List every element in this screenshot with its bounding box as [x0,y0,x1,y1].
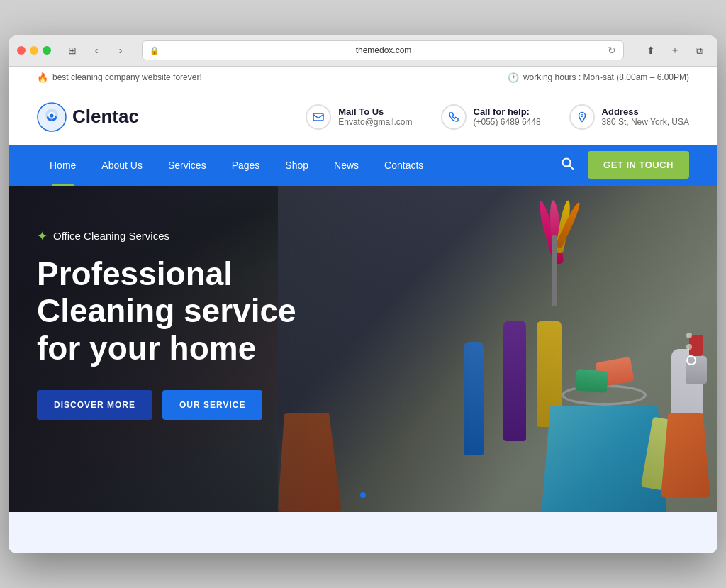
logo-text: Clentac [72,106,139,128]
mail-value: Envato@gmail.com [338,117,412,127]
nav-link-services[interactable]: Services [155,145,219,186]
nav-item-contacts[interactable]: Contacts [372,145,436,186]
hero-content: ✦ Office Cleaning Services Professional … [9,186,377,463]
browser-action-buttons: ⬆ ＋ ⧉ [641,40,709,60]
address-icon [569,104,595,130]
nav-item-about[interactable]: About Us [89,145,155,186]
browser-titlebar: ⊞ ‹ › 🔒 themedox.com ↻ ⬆ ＋ ⧉ [9,35,717,67]
hero-buttons: DISCOVER MORE OUR SERVICE [37,390,349,420]
nav-link-home[interactable]: Home [37,145,89,186]
reload-button[interactable]: ↻ [608,45,616,56]
svg-line-7 [570,166,574,170]
nav-link-about[interactable]: About Us [89,145,155,186]
slider-dot-2[interactable] [686,344,692,350]
discover-more-button[interactable]: DISCOVER MORE [37,390,152,420]
svg-point-3 [50,113,54,117]
back-button[interactable]: ‹ [86,40,106,60]
phone-icon [441,104,467,130]
contact-mail-text: Mail To Us Envato@gmail.com [338,106,412,127]
website-content: 🔥 best cleaning company website forever!… [9,67,717,553]
topbar-left: 🔥 best cleaning company website forever! [37,72,202,83]
contact-address-text: Address 380 St, New York, USA [602,106,689,127]
share-button[interactable]: ⬆ [641,40,661,60]
vertical-slider-dots [686,333,696,365]
slider-dot-1[interactable] [686,333,692,338]
minimize-button[interactable] [30,46,38,55]
header-contacts: Mail To Us Envato@gmail.com Call for hel… [306,104,689,130]
hero-title-line3: for your home [37,330,256,367]
search-button[interactable] [558,154,576,176]
horizontal-slider-dots [360,492,366,498]
sidebar-toggle-button[interactable]: ⊞ [62,40,82,60]
new-tab-button[interactable]: ＋ [665,40,685,60]
nav-menu: Home About Us Services Pages Shop News [37,145,558,186]
nav-item-pages[interactable]: Pages [219,145,273,186]
contact-phone-text: Call for help: (+055) 6489 6448 [474,106,541,127]
window-controls [17,46,51,55]
svg-rect-4 [313,113,323,121]
topbar-left-text: best cleaning company website forever! [52,72,202,82]
svg-point-5 [581,114,583,116]
contact-address: Address 380 St, New York, USA [569,104,689,130]
site-header: Clentac Mail To Us Envato@gmail.com [9,89,717,145]
slider-dot-3-active[interactable] [686,355,696,365]
flame-icon: 🔥 [37,72,48,83]
top-info-bar: 🔥 best cleaning company website forever!… [9,67,717,89]
lock-icon: 🔒 [150,46,160,55]
hero-title-line2: Cleaning service [37,292,296,329]
maximize-button[interactable] [43,46,51,55]
bottom-bar [9,512,717,553]
contact-phone: Call for help: (+055) 6489 6448 [441,104,541,130]
hero-title-line1: Professional [37,255,233,292]
forward-button[interactable]: › [111,40,130,60]
nav-buttons: ⊞ ‹ › [62,40,130,60]
hero-title: Professional Cleaning service for your h… [37,255,349,368]
nav-link-news[interactable]: News [321,145,372,186]
nav-item-home[interactable]: Home [37,145,89,186]
contact-mail: Mail To Us Envato@gmail.com [306,104,412,130]
tabs-button[interactable]: ⧉ [689,40,709,60]
address-bar[interactable]: 🔒 themedox.com ↻ [142,40,624,60]
navbar: Home About Us Services Pages Shop News [9,145,717,186]
url-text: themedox.com [164,45,603,55]
phone-value: (+055) 6489 6448 [474,117,541,127]
nav-item-services[interactable]: Services [155,145,219,186]
get-in-touch-button[interactable]: GET IN TOUCH [588,151,689,179]
clock-icon: 🕐 [508,72,519,83]
hero-section: ✦ Office Cleaning Services Professional … [9,186,717,512]
hdot-1-active[interactable] [360,492,366,498]
address-label: Address [602,106,689,117]
topbar-right-text: working hours : Mon-sat (8.00am – 6.00PM… [523,72,689,82]
our-service-button[interactable]: OUR SERVICE [162,390,262,420]
close-button[interactable] [17,46,26,55]
browser-window: ⊞ ‹ › 🔒 themedox.com ↻ ⬆ ＋ ⧉ 🔥 best clea… [9,35,717,553]
nav-link-shop[interactable]: Shop [272,145,321,186]
hero-subtitle: ✦ Office Cleaning Services [37,228,349,244]
nav-item-shop[interactable]: Shop [272,145,321,186]
hero-subtitle-text: Office Cleaning Services [53,230,169,242]
nav-link-pages[interactable]: Pages [219,145,273,186]
phone-label: Call for help: [474,106,541,117]
sparkle-icon: ✦ [37,228,48,244]
mail-icon [306,104,331,130]
logo-icon [37,102,67,132]
nav-item-news[interactable]: News [321,145,372,186]
logo[interactable]: Clentac [37,102,306,132]
mail-label: Mail To Us [338,106,412,117]
nav-actions: GET IN TOUCH [558,151,689,179]
topbar-right: 🕐 working hours : Mon-sat (8.00am – 6.00… [508,72,689,83]
address-value: 380 St, New York, USA [602,117,689,127]
nav-link-contacts[interactable]: Contacts [372,145,436,186]
